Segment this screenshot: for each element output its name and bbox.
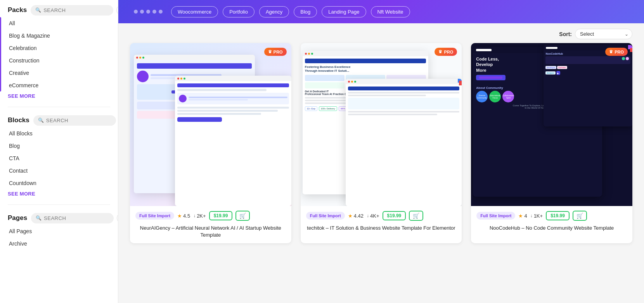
card-1-downloads: ↓ 2K+ [193,213,206,219]
blocks-search-input[interactable] [46,118,111,123]
filter-agency[interactable]: Agency [259,6,289,17]
card-2-download-icon: ↓ [367,213,369,218]
sort-bar: Sort: Select Newest Popular Price: Low t… [130,23,632,43]
card-3-rating: ★ 4 [518,213,527,219]
dot-4 [152,10,156,14]
card-3-star-icon: ★ [518,213,523,219]
filter-woocommerce[interactable]: Woocommerce [171,6,218,17]
card-2-title: techitok – IT Solution & Business Websit… [306,225,457,232]
pages-search-input[interactable] [44,215,109,221]
sidebar-item-packs-all[interactable]: All [0,17,118,29]
sidebar-item-cta[interactable]: CTA [0,152,118,164]
filter-bar: Woocommerce Portfolio Agency Blog Landin… [118,0,644,23]
blocks-title: Blocks [8,116,29,124]
card-3-download-icon: ↓ [530,213,533,218]
card-1-footer: Full Site Import ★ 4.5 ↓ 2K+ $19.99 🛒 Ne… [130,206,291,243]
crown-icon: ♛ [268,49,272,54]
packs-section: Packs 🔍 ⌄ All Blog & Magazine Celebratio… [0,0,118,104]
blocks-section: Blocks 🔍 ⌄ All Blocks Blog CTA Contact [0,110,118,201]
dot-2 [140,10,144,14]
card-1: ♛ PRO Full Site Import ★ 4.5 ↓ [130,43,291,243]
blocks-search-icon: 🔍 [38,118,44,123]
sort-select-wrap: Select Newest Popular Price: Low to High [575,29,632,39]
sort-label: Sort: [559,31,572,37]
card-2-price-btn[interactable]: $19.99 [383,211,406,220]
card-3-full-site-badge: Full Site Import [476,212,515,220]
divider-2 [8,204,110,205]
card-1-pro-badge: ♛ PRO [264,48,287,56]
card-1-rating: ★ 4.5 [177,213,190,219]
filter-nft-website[interactable]: Nft Website [371,6,410,17]
card-1-full-site-badge: Full Site Import [135,212,174,220]
main-content: Woocommerce Portfolio Agency Blog Landin… [118,0,644,303]
sidebar-item-all-pages[interactable]: All Pages [0,225,118,237]
sidebar-item-construction[interactable]: Construction [0,54,118,67]
packs-title: Packs [8,6,27,14]
card-2-meta: Full Site Import ★ 4.42 ↓ 4K+ $19.99 🛒 [306,211,457,221]
sidebar-item-archive[interactable]: Archive [0,237,118,250]
sidebar: Packs 🔍 ⌄ All Blog & Magazine Celebratio… [0,0,118,303]
pages-section: Pages 🔍 ⌄ All Pages Archive [0,208,118,250]
card-3: Code Less,DevelopMore About Community Di… [471,43,632,243]
blocks-see-more[interactable]: SEE MORE [0,189,118,201]
sidebar-item-blog-magazine[interactable]: Blog & Magazine [0,29,118,42]
sidebar-item-blocks-blog[interactable]: Blog [0,140,118,152]
packs-search-icon: 🔍 [35,7,41,13]
card-1-meta: Full Site Import ★ 4.5 ↓ 2K+ $19.99 🛒 [135,211,286,221]
dot-5 [159,10,163,14]
card-3-pro-badge: ♛ PRO [605,48,628,56]
dot-1 [134,10,138,14]
cards-grid: ♛ PRO Full Site Import ★ 4.5 ↓ [130,43,632,243]
sort-select[interactable]: Select Newest Popular Price: Low to High [575,29,632,39]
sidebar-item-countdown[interactable]: Countdown [0,177,118,189]
card-2-cart-btn[interactable]: 🛒 [409,211,423,221]
card-3-cart-btn[interactable]: 🛒 [573,211,587,221]
sidebar-item-contact[interactable]: Contact [0,164,118,177]
card-2-full-site-badge: Full Site Import [306,212,345,220]
content-area: Sort: Select Newest Popular Price: Low t… [118,23,644,303]
sidebar-item-creative[interactable]: Creative [0,67,118,79]
sidebar-item-ecommerce[interactable]: eCommerce [0,79,118,92]
crown-icon-2: ♛ [438,49,442,54]
card-1-cart-btn[interactable]: 🛒 [235,211,250,221]
card-3-meta: Full Site Import ★ 4 ↓ 1K+ $19.99 🛒 [476,211,627,221]
card-2-image: Fostering Business ExcellenceThrough Inn… [301,43,462,206]
card-3-price-btn[interactable]: $19.99 [546,211,570,220]
card-2-rating: ★ 4.42 [348,213,364,219]
card-1-star-icon: ★ [177,213,182,219]
card-3-image: Code Less,DevelopMore About Community Di… [471,43,632,206]
pages-title: Pages [8,214,27,222]
dot-3 [146,10,150,14]
card-3-footer: Full Site Import ★ 4 ↓ 1K+ $19.99 🛒 NooC… [471,206,632,236]
card-3-downloads: ↓ 1K+ [530,213,543,219]
packs-see-more[interactable]: SEE MORE [0,92,118,104]
filter-blog[interactable]: Blog [294,6,317,17]
pages-search-icon: 🔍 [36,215,42,221]
divider-1 [8,107,110,107]
card-1-price-btn[interactable]: $19.99 [209,211,233,220]
card-2-downloads: ↓ 4K+ [367,213,379,219]
sidebar-item-all-blocks[interactable]: All Blocks [0,127,118,140]
card-1-download-icon: ↓ [193,213,196,218]
card-2-star-icon: ★ [348,213,353,219]
packs-search-input[interactable] [43,7,109,13]
card-2-pro-badge: ♛ PRO [435,48,457,56]
card-1-title: NeurAIGency – Artificial Neural Network … [135,225,286,239]
sidebar-item-celebration[interactable]: Celebration [0,42,118,54]
card-3-title: NooCodeHub – No Code Community Website T… [476,225,627,232]
crown-icon-3: ♛ [609,49,613,54]
filter-landing-page[interactable]: Landing Page [322,6,366,17]
filter-dots [134,10,163,14]
card-2: Fostering Business ExcellenceThrough Inn… [301,43,462,243]
card-1-image: ♛ PRO [130,43,291,206]
filter-portfolio[interactable]: Portfolio [223,6,254,17]
card-2-footer: Full Site Import ★ 4.42 ↓ 4K+ $19.99 🛒 t… [301,206,462,236]
